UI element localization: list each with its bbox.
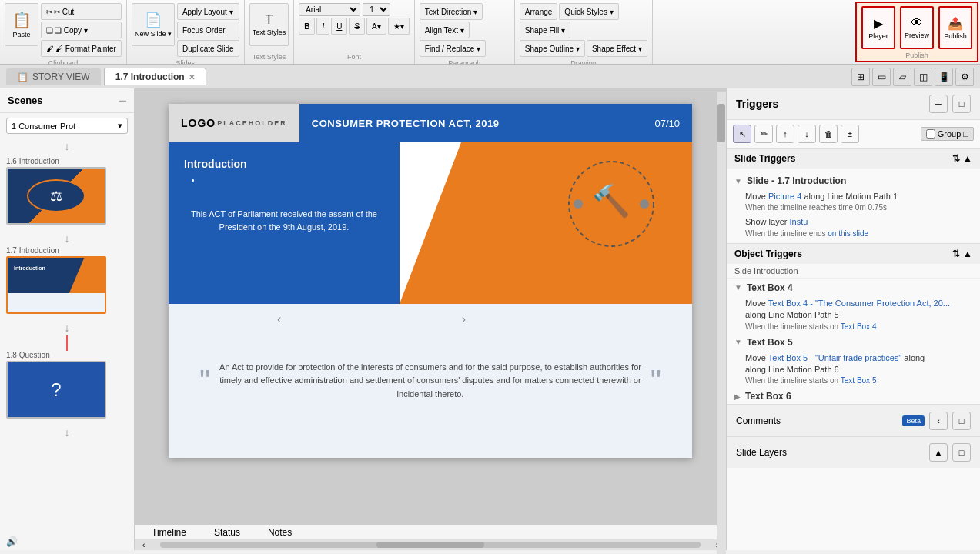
view-icon-5[interactable]: 📱 bbox=[935, 68, 953, 86]
slide-trigger-2: Show layer Instu When the timeline ends … bbox=[727, 214, 980, 239]
shape-outline-button[interactable]: Shape Outline ▾ bbox=[520, 40, 585, 57]
slide-group-arrow[interactable]: ▼ bbox=[734, 177, 742, 185]
view-icon-3[interactable]: ▱ bbox=[893, 68, 911, 86]
scene-nav-red-line bbox=[66, 335, 68, 351]
format-painter-button[interactable]: 🖌🖌 Format Painter bbox=[41, 40, 122, 57]
object-triggers-header[interactable]: Object Triggers ⇅ ▲ bbox=[727, 244, 980, 264]
vertical-scroll-thumb[interactable] bbox=[717, 104, 725, 142]
text-styles-top: T Text Styles bbox=[249, 3, 289, 51]
slide-nav-left[interactable]: ‹ bbox=[277, 312, 281, 326]
comments-bar: Comments Beta ‹ □ bbox=[727, 405, 980, 437]
player-button[interactable]: ▶ Player bbox=[861, 6, 895, 49]
scenes-panel: Scenes ─ 1 Consumer Prot ▾ ↓ 1.6 Introdu… bbox=[0, 88, 135, 550]
find-replace-button[interactable]: Find / Replace ▾ bbox=[420, 40, 486, 57]
arrow-up-tool-btn[interactable]: ↑ bbox=[776, 125, 794, 143]
focus-order-button[interactable]: Focus Order bbox=[177, 22, 239, 38]
slide-triggers-collapse-icon[interactable]: ▲ bbox=[963, 153, 972, 164]
intro-bullet: • bbox=[192, 176, 384, 185]
horizontal-scrollbar[interactable]: ‹ › bbox=[135, 539, 726, 550]
font-family-select[interactable]: Arial bbox=[299, 3, 360, 16]
object-triggers-sort-icon[interactable]: ⇅ bbox=[952, 249, 960, 259]
view-icon-1[interactable]: ⊞ bbox=[851, 68, 870, 86]
pencil-tool-btn[interactable]: ✏ bbox=[754, 125, 773, 143]
view-icon-2[interactable]: ▭ bbox=[872, 68, 891, 86]
scene-item-16[interactable]: 1.6 Introduction ⚖ bbox=[6, 157, 128, 225]
font-color-button[interactable]: A▾ bbox=[366, 18, 386, 35]
slide-t2-highlight: Instu bbox=[789, 217, 808, 226]
copy-button[interactable]: ❑❑ Copy ▾ bbox=[41, 22, 122, 38]
quote-left: " bbox=[199, 365, 210, 396]
shape-fill-label: Shape Fill ▾ bbox=[525, 26, 565, 35]
comments-close-btn[interactable]: □ bbox=[952, 412, 971, 430]
object-triggers-collapse-icon[interactable]: ▲ bbox=[963, 249, 972, 259]
timeline-tab[interactable]: Timeline bbox=[144, 525, 194, 540]
cursor-tool-btn[interactable]: ↖ bbox=[733, 125, 751, 143]
tb4-arrow[interactable]: ▼ bbox=[734, 283, 742, 292]
view-icon-4[interactable]: ◫ bbox=[914, 68, 932, 86]
slide-triggers-header[interactable]: Slide Triggers ⇅ ▲ bbox=[727, 149, 980, 169]
shape-fill-button[interactable]: Shape Fill ▾ bbox=[520, 22, 570, 38]
tab-1-7-intro[interactable]: 1.7 Introduction ✕ bbox=[104, 68, 206, 85]
tb4-cond-highlight: Text Box 4 bbox=[841, 322, 877, 331]
preview-button[interactable]: 👁 Preview bbox=[900, 6, 934, 49]
text-styles-button[interactable]: T Text Styles bbox=[249, 3, 289, 46]
scene-item-18[interactable]: 1.8 Question ? bbox=[6, 351, 128, 419]
comments-prev-btn[interactable]: ‹ bbox=[929, 412, 948, 430]
highlight-button[interactable]: ★▾ bbox=[388, 18, 410, 35]
tab-story-view[interactable]: 📋 STORY VIEW bbox=[6, 68, 101, 85]
group-button[interactable]: Group □ bbox=[921, 127, 974, 141]
view-icon-settings[interactable]: ⚙ bbox=[955, 68, 974, 86]
clipboard-buttons: 📋 Paste ✂✂ Cut ❑❑ Copy ▾ 🖌🖌 Format Paint… bbox=[5, 3, 122, 57]
publish-label: Publish bbox=[861, 49, 972, 59]
para-row3: Find / Replace ▾ bbox=[420, 40, 486, 57]
group-checkbox[interactable] bbox=[926, 129, 935, 138]
tb5-arrow[interactable]: ▼ bbox=[734, 338, 742, 346]
sound-icon[interactable]: 🔊 bbox=[6, 536, 18, 547]
tb6-arrow[interactable]: ▶ bbox=[734, 392, 741, 401]
slide-nav-right[interactable]: › bbox=[462, 312, 466, 326]
scene-nav-down[interactable]: ↓ bbox=[0, 138, 134, 154]
italic-button[interactable]: I bbox=[316, 18, 329, 35]
trash-tool-btn[interactable]: 🗑 bbox=[819, 125, 838, 143]
triggers-minimize-btn[interactable]: ─ bbox=[929, 95, 948, 113]
triggers-title: Triggers bbox=[736, 98, 778, 110]
notes-tab[interactable]: Notes bbox=[260, 525, 299, 540]
scene-17-bg: Introduction bbox=[8, 258, 105, 312]
font-size-select[interactable]: 12 bbox=[363, 3, 390, 16]
scene-18-thumb[interactable]: ? bbox=[6, 361, 106, 419]
scene-16-thumb[interactable]: ⚖ bbox=[6, 167, 106, 225]
dashed-circle-svg: 🔨 bbox=[561, 154, 661, 254]
new-slide-button[interactable]: 📄 New Slide ▾ bbox=[132, 3, 175, 46]
slide-layers-collapse-btn[interactable]: ▲ bbox=[929, 443, 948, 462]
slide-header: LOGO PLACEHOLDER CONSUMER PROTECTION ACT… bbox=[169, 104, 692, 142]
scroll-left-btn[interactable]: ‹ bbox=[142, 541, 145, 549]
tab-close-icon[interactable]: ✕ bbox=[189, 73, 195, 82]
strikethrough-button[interactable]: S bbox=[349, 18, 365, 35]
scenes-minimize-icon[interactable]: ─ bbox=[119, 95, 126, 106]
quote-text: An Act to provide for protection of the … bbox=[216, 361, 644, 402]
quick-styles-button[interactable]: Quick Styles ▾ bbox=[559, 3, 618, 20]
slide-triggers-sort-icon[interactable]: ⇅ bbox=[952, 153, 960, 164]
text-direction-button[interactable]: Text Direction ▾ bbox=[420, 3, 483, 20]
scene-item-17[interactable]: 1.7 Introduction Introduction bbox=[6, 246, 128, 314]
scenes-dropdown[interactable]: 1 Consumer Prot ▾ bbox=[6, 118, 128, 134]
shape-effect-button[interactable]: Shape Effect ▾ bbox=[587, 40, 647, 57]
cut-button[interactable]: ✂✂ Cut bbox=[41, 3, 122, 20]
slide-layers-close-btn[interactable]: □ bbox=[952, 443, 971, 462]
underline-button[interactable]: U bbox=[331, 18, 347, 35]
triggers-close-btn[interactable]: □ bbox=[952, 95, 971, 113]
tb4-action: Move Text Box 4 - "The Consumer Protecti… bbox=[745, 298, 972, 309]
slide-t2-cond1: When the timeline ends bbox=[745, 229, 828, 238]
status-tab[interactable]: Status bbox=[206, 525, 248, 540]
plus-minus-tool-btn[interactable]: ± bbox=[841, 125, 859, 143]
align-text-button[interactable]: Align Text ▾ bbox=[420, 22, 470, 38]
duplicate-slide-button[interactable]: Duplicate Slide bbox=[177, 40, 239, 57]
paste-button[interactable]: 📋 Paste bbox=[5, 3, 38, 46]
publish-button[interactable]: 📤 Publish bbox=[938, 6, 972, 49]
scroll-thumb[interactable] bbox=[376, 542, 484, 548]
scene-17-thumb[interactable]: Introduction bbox=[6, 256, 106, 314]
arrow-down-tool-btn[interactable]: ↓ bbox=[798, 125, 816, 143]
arrange-button[interactable]: Arrange bbox=[520, 3, 558, 20]
bold-button[interactable]: B bbox=[299, 18, 315, 35]
apply-layout-button[interactable]: Apply Layout ▾ bbox=[177, 3, 239, 20]
